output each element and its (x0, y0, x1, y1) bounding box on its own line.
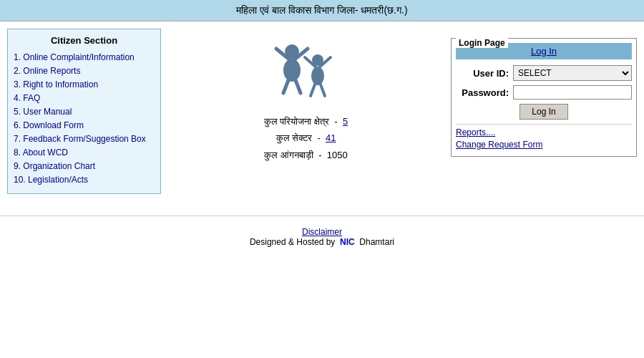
list-item: 5. User Manual (14, 106, 155, 117)
list-item: 10. Legislation/Acts (14, 174, 155, 185)
sidebar-item-feedback[interactable]: 7. Feedback Form/Suggestion Box (14, 134, 146, 144)
login-btn-row: Log In (456, 104, 632, 120)
list-item: 1. Online Complaint/Information (14, 52, 155, 62)
sectors-label: कुल सेक्टर (276, 132, 313, 143)
organization-logo (263, 36, 349, 107)
main-content: Citizen Section 1. Online Complaint/Info… (0, 21, 644, 201)
list-item: 4. FAQ (14, 92, 155, 103)
footer: Disclaimer Designed & Hosted by NIC Dham… (0, 216, 644, 254)
sidebar-item-online-reports[interactable]: 2. Online Reports (14, 66, 80, 76)
reports-link[interactable]: Reports.... (456, 127, 632, 137)
disclaimer-link[interactable]: Disclaimer (302, 227, 342, 237)
designed-text: Designed & Hosted by (250, 237, 335, 247)
projects-stat: कुल परियोजना क्षेत्र - 5 (264, 113, 348, 130)
svg-line-11 (321, 84, 325, 96)
center-area: कुल परियोजना क्षेत्र - 5 कुल सेक्टर - 41… (168, 29, 444, 194)
login-header-link[interactable]: Log In (531, 46, 557, 57)
password-input[interactable] (513, 85, 632, 100)
dhamtari-text: Dhamtari (359, 237, 394, 247)
sidebar: Citizen Section 1. Online Complaint/Info… (7, 29, 161, 194)
userid-row: User ID: SELECT (456, 65, 632, 81)
userid-select[interactable]: SELECT (513, 65, 632, 81)
list-item: 8. About WCD (14, 147, 155, 158)
sidebar-title: Citizen Section (14, 35, 155, 46)
sidebar-item-rti[interactable]: 3. Right to Information (14, 79, 98, 90)
nic-text: NIC (340, 237, 355, 247)
login-page-label: Login Page (456, 38, 508, 48)
sidebar-item-online-complaint[interactable]: 1. Online Complaint/Information (14, 52, 135, 62)
login-inner: Log In User ID: SELECT Password: Log In (452, 39, 636, 156)
sidebar-item-about-wcd[interactable]: 8. About WCD (14, 147, 68, 158)
login-box: Login Page Log In User ID: SELECT Passwo… (451, 38, 637, 157)
userid-label: User ID: (456, 68, 513, 79)
list-item: 3. Right to Information (14, 79, 155, 90)
stats-area: कुल परियोजना क्षेत्र - 5 कुल सेक्टर - 41… (264, 113, 348, 163)
svg-line-5 (296, 80, 301, 93)
sectors-value[interactable]: 41 (326, 132, 336, 143)
list-item: 6. Download Form (14, 120, 155, 130)
anganwadi-value: 1050 (327, 150, 348, 160)
anganwadi-label: कुल आंगनबाड़ी (264, 150, 313, 160)
login-links: Reports.... Change Request Form (456, 124, 632, 150)
projects-label: कुल परियोजना क्षेत्र (264, 116, 329, 127)
sidebar-item-faq[interactable]: 4. FAQ (14, 93, 40, 103)
sidebar-menu: 1. Online Complaint/Information 2. Onlin… (14, 52, 155, 185)
header-title: महिला एवं बाल विकास विभाग जिला- धमतरी(छ.… (236, 4, 407, 16)
svg-line-10 (311, 84, 315, 96)
login-area: Login Page Log In User ID: SELECT Passwo… (451, 32, 637, 194)
list-item: 2. Online Reports (14, 65, 155, 76)
anganwadi-stat: कुल आंगनबाड़ी - 1050 (264, 147, 348, 163)
sidebar-item-org-chart[interactable]: 9. Organization Chart (14, 161, 95, 171)
password-label: Password: (456, 87, 513, 98)
sidebar-item-user-manual[interactable]: 5. User Manual (14, 107, 72, 117)
list-item: 9. Organization Chart (14, 160, 155, 171)
change-request-link[interactable]: Change Request Form (456, 140, 632, 150)
projects-value[interactable]: 5 (343, 116, 348, 127)
sidebar-item-legislation[interactable]: 10. Legislation/Acts (14, 175, 88, 185)
svg-line-4 (283, 80, 288, 93)
sidebar-item-download-form[interactable]: 6. Download Form (14, 120, 84, 130)
list-item: 7. Feedback Form/Suggestion Box (14, 133, 155, 144)
header-bar: महिला एवं बाल विकास विभाग जिला- धमतरी(छ.… (0, 0, 644, 21)
sectors-stat: कुल सेक्टर - 41 (264, 130, 348, 146)
password-row: Password: (456, 85, 632, 100)
login-button[interactable]: Log In (519, 104, 567, 120)
